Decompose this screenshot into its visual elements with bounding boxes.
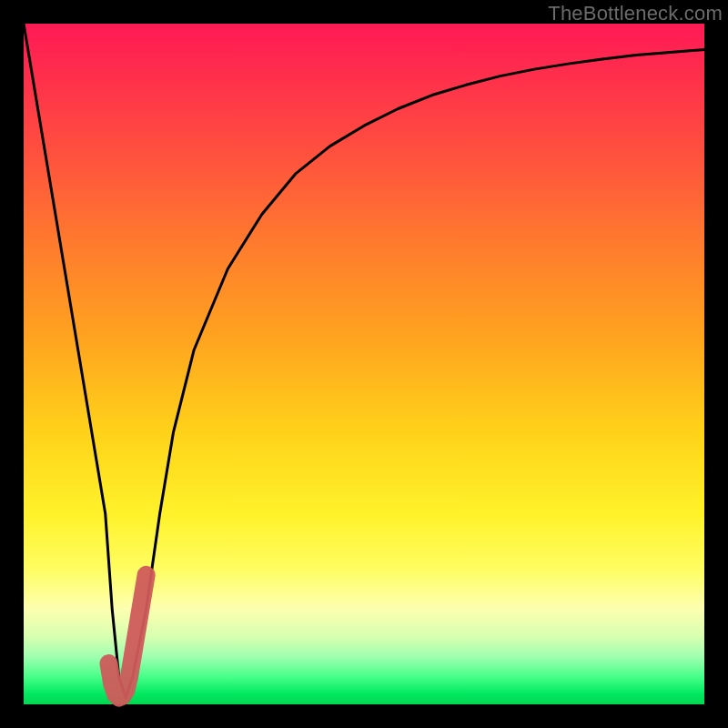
bottleneck-curve	[24, 24, 704, 698]
watermark-text: TheBottleneck.com	[548, 2, 723, 25]
curve-layer	[24, 24, 704, 704]
plot-area	[24, 24, 704, 704]
chart-frame: TheBottleneck.com	[0, 0, 728, 728]
